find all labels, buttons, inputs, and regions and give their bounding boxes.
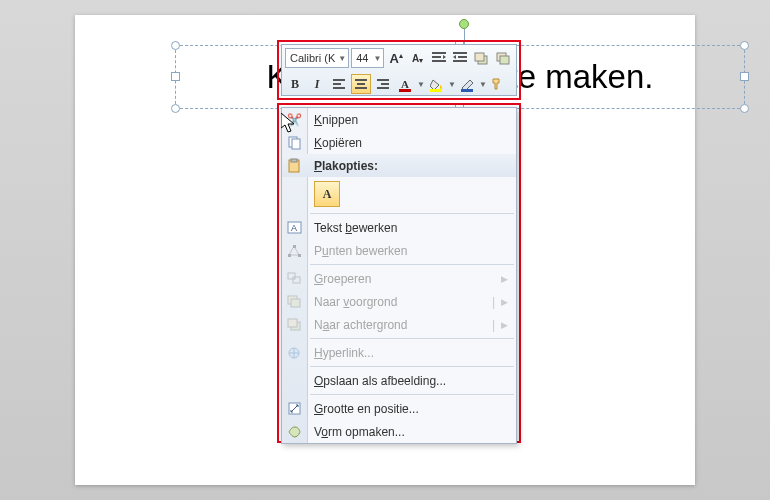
group-icon	[286, 270, 303, 287]
align-left-button[interactable]	[329, 74, 349, 94]
decrease-font-button[interactable]: A▾	[408, 48, 427, 68]
outline-swatch	[461, 89, 473, 92]
svg-rect-12	[298, 254, 301, 257]
align-right-icon	[377, 79, 389, 89]
svg-rect-5	[292, 139, 300, 149]
bold-button[interactable]: B	[285, 74, 305, 94]
cut-icon: ✂️	[286, 111, 303, 128]
font-name-selector[interactable]: Calibri (K▼	[285, 48, 349, 68]
menu-edit-points: Punten bewerken	[282, 239, 516, 262]
paste-keep-formatting-button[interactable]: A	[314, 181, 340, 207]
svg-rect-11	[293, 245, 296, 248]
bring-front-icon	[286, 293, 303, 310]
menu-copy[interactable]: Kopiëren	[282, 131, 516, 154]
bucket-icon	[430, 79, 443, 90]
shape-outline-button[interactable]	[457, 74, 477, 94]
menu-hyperlink: Hyperlink...	[282, 341, 516, 364]
fill-swatch	[430, 89, 442, 92]
increase-font-button[interactable]: A▴	[386, 48, 405, 68]
resize-handle-bl[interactable]	[171, 104, 180, 113]
font-size-value: 44	[356, 52, 368, 64]
shape-fill-button[interactable]	[426, 74, 446, 94]
menu-separator	[310, 338, 514, 339]
shape-fill-dropdown[interactable]: ▼	[448, 80, 455, 89]
menu-separator	[310, 394, 514, 395]
size-icon	[286, 400, 303, 417]
italic-button[interactable]: I	[307, 74, 327, 94]
menu-save-as-picture[interactable]: Opslaan als afbeelding...	[282, 369, 516, 392]
svg-rect-3	[500, 56, 509, 64]
resize-handle-l[interactable]	[171, 72, 180, 81]
decrease-indent-button[interactable]	[429, 48, 448, 68]
menu-format-shape[interactable]: Vorm opmaken...	[282, 420, 516, 443]
increase-indent-button[interactable]	[451, 48, 470, 68]
svg-rect-10	[288, 254, 291, 257]
menu-paste-options-header: Plakopties:	[282, 154, 516, 177]
paste-options-row: A	[282, 177, 516, 211]
shape-outline-dropdown[interactable]: ▼	[479, 80, 486, 89]
svg-rect-14	[293, 277, 300, 283]
svg-rect-16	[291, 299, 300, 307]
edit-points-icon	[286, 242, 303, 259]
svg-rect-18	[288, 319, 297, 327]
menu-group: Groeperen ▶	[282, 267, 516, 290]
edit-text-icon: A	[286, 219, 303, 236]
menu-send-back: Naar achtergrond |▶	[282, 313, 516, 336]
resize-handle-tl[interactable]	[171, 41, 180, 50]
menu-separator	[310, 366, 514, 367]
menu-cut[interactable]: ✂️ Knippen	[282, 108, 516, 131]
menu-separator	[310, 264, 514, 265]
context-menu: ✂️ Knippen Kopiëren Plakopties: A A Teks…	[281, 107, 517, 444]
resize-handle-br[interactable]	[740, 104, 749, 113]
font-size-selector[interactable]: 44▼	[351, 48, 384, 68]
svg-text:A: A	[291, 223, 297, 233]
resize-handle-tr[interactable]	[740, 41, 749, 50]
svg-rect-13	[288, 273, 295, 279]
format-shape-icon	[286, 423, 303, 440]
align-left-icon	[333, 79, 345, 89]
svg-rect-7	[291, 159, 297, 162]
submenu-arrow-icon: ▶	[501, 297, 508, 307]
pen-icon	[461, 79, 474, 90]
submenu-arrow-icon: ▶	[501, 274, 508, 284]
chevron-down-icon: ▼	[373, 54, 381, 63]
align-center-button[interactable]	[351, 74, 371, 94]
send-back-icon	[286, 316, 303, 333]
font-color-dropdown[interactable]: ▼	[417, 80, 424, 89]
menu-bring-front: Naar voorgrond |▶	[282, 290, 516, 313]
format-painter-button[interactable]	[488, 74, 508, 94]
send-back-icon	[474, 52, 489, 65]
font-color-button[interactable]: A	[395, 74, 415, 94]
rotate-handle[interactable]	[459, 19, 469, 29]
menu-edit-text[interactable]: A Tekst bewerken	[282, 216, 516, 239]
arrange-front-button[interactable]	[494, 48, 513, 68]
brush-icon	[491, 77, 505, 91]
chevron-down-icon: ▼	[338, 54, 346, 63]
hyperlink-icon	[286, 344, 303, 361]
arrange-back-button[interactable]	[472, 48, 491, 68]
mini-toolbar: Calibri (K▼ 44▼ A▴ A▾ B I A▼ ▼ ▼	[281, 44, 517, 96]
bring-front-icon	[496, 52, 511, 65]
align-center-icon	[355, 79, 367, 89]
font-name-value: Calibri (K	[290, 52, 335, 64]
copy-icon	[286, 134, 303, 151]
indent-icon	[453, 52, 467, 64]
submenu-arrow-icon: ▶	[501, 320, 508, 330]
menu-size-position[interactable]: Grootte en positie...	[282, 397, 516, 420]
outdent-icon	[432, 52, 446, 64]
svg-rect-1	[475, 53, 484, 61]
resize-handle-r[interactable]	[740, 72, 749, 81]
paste-icon	[286, 157, 303, 174]
align-right-button[interactable]	[373, 74, 393, 94]
font-color-swatch	[399, 89, 411, 92]
menu-separator	[310, 213, 514, 214]
